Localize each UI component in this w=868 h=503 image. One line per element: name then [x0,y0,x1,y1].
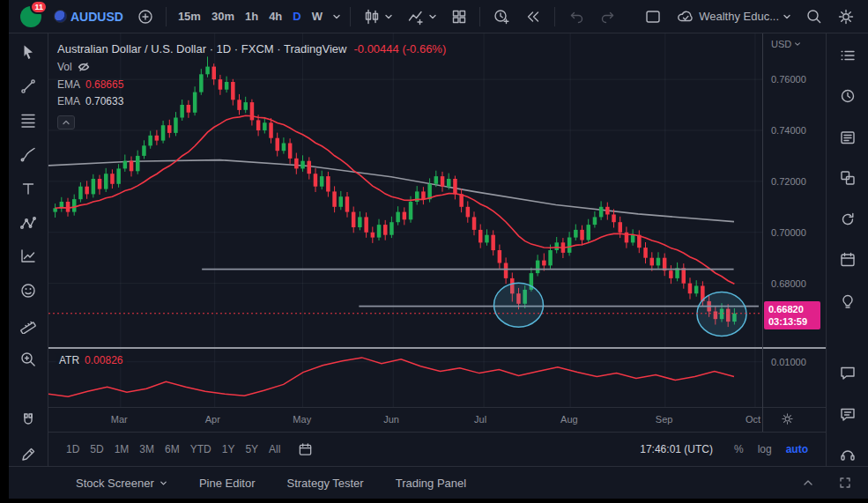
price-axis[interactable]: USD 0.760000.740000.720000.700000.68000 … [762,33,826,347]
compare-add-button[interactable] [131,4,160,29]
tab-pine-editor[interactable]: Pine Editor [183,467,271,499]
interval-button-4h[interactable]: 4h [263,4,287,29]
atr-legend[interactable]: ATR 0.00826 [56,353,127,367]
volume-legend-row[interactable]: Vol [57,59,446,76]
range-buttons: 1D5D1M3M6MYTD1Y5YAll [61,440,286,459]
main-menu-logo[interactable]: 11 [16,4,46,30]
zoom-tool[interactable] [14,348,42,371]
range-button-1d[interactable]: 1D [61,440,85,459]
goto-date-button[interactable] [298,442,313,457]
tab-trading-panel[interactable]: Trading Panel [380,467,482,499]
ideas-icon [839,292,857,309]
trendline-tool[interactable] [14,75,42,98]
fib-tool[interactable] [14,109,42,132]
redo-button[interactable] [593,4,623,29]
tab-stock-screener[interactable]: Stock Screener [60,467,183,499]
eye-off-icon[interactable] [78,61,90,73]
cursor-tool[interactable] [14,41,42,63]
range-button-ytd[interactable]: YTD [185,440,217,459]
toolbar-divider [554,7,555,26]
currency-selector[interactable]: USD [762,33,826,49]
watchlist-button[interactable] [833,44,863,66]
clock-label[interactable]: 17:46:01 (UTC) [640,443,713,455]
chevron-up-icon [802,477,814,489]
atr-chart-canvas[interactable] [48,349,762,407]
replay-button[interactable] [518,4,548,29]
forecast-tool[interactable] [14,246,42,269]
alert-button[interactable] [486,4,516,29]
redo-icon [599,8,617,26]
scale-buttons: %logauto [729,440,813,459]
pattern-tool[interactable] [14,211,42,234]
panel-collapse-button[interactable] [798,471,819,494]
ema2-value: 0.70633 [85,93,123,110]
ema1-legend-row[interactable]: EMA 0.68665 [57,77,446,93]
alerts-icon [839,87,857,105]
text-tool[interactable] [14,177,42,200]
indicator-templates-button[interactable] [445,4,473,29]
interval-button-1h[interactable]: 1h [240,4,263,29]
range-button-5d[interactable]: 5D [85,440,108,459]
edit-tool[interactable] [14,443,42,466]
hotlists-button[interactable] [833,208,863,230]
quick-search-button[interactable] [799,4,829,29]
scale-button-log[interactable]: log [753,440,777,459]
tab-label: Trading Panel [396,477,466,490]
chevron-down-icon [794,41,801,48]
price-pane: Australian Dollar / U.S. Dollar · 1D · F… [48,33,826,347]
tab-strategy-tester[interactable]: Strategy Tester [271,467,379,499]
range-button-3m[interactable]: 3M [134,440,160,459]
symbol-search-button[interactable]: AUDUSD [48,4,130,29]
interval-button-d[interactable]: D [287,4,306,29]
range-button-1y[interactable]: 1Y [217,440,241,459]
gear-icon [837,8,855,26]
layout-select-button[interactable] [638,4,668,29]
interval-button-w[interactable]: W [307,4,328,29]
range-button-1m[interactable]: 1M [109,440,135,459]
scale-button-%[interactable]: % [729,440,749,459]
range-button-all[interactable]: All [263,440,286,459]
indicators-button[interactable] [401,4,443,29]
news-button[interactable] [833,126,863,148]
streams-button[interactable] [833,444,863,466]
public-chat-button[interactable] [833,403,863,425]
settings-button[interactable] [831,4,861,29]
search-icon [805,8,823,26]
chevron-down-icon [384,12,393,21]
undo-button[interactable] [561,4,591,29]
symbol-flag-icon [54,10,67,23]
panel-maximize-button[interactable] [835,471,856,494]
range-button-5y[interactable]: 5Y [240,440,263,459]
layout-name: Wealthy Educ... [699,10,779,23]
ideas-button[interactable] [833,290,863,312]
range-toolbar: 1D5D1M3M6MYTD1Y5YAll 17:46:01 (UTC) %log… [48,432,826,466]
ema2-legend-row[interactable]: EMA 0.70633 [57,93,446,110]
measure-tool[interactable] [14,314,42,337]
brush-tool[interactable] [14,143,42,166]
chevron-down-icon [332,12,341,21]
currency-label: USD [771,39,791,49]
chart-style-button[interactable] [357,4,399,29]
chart-title-row[interactable]: Australian Dollar / U.S. Dollar · 1D · F… [57,41,446,58]
interval-menu-button[interactable] [330,4,344,29]
time-axis-labels: MarAprMayJunJulAugSepOct [48,414,762,426]
chat-button[interactable] [833,362,863,384]
interval-button-15m[interactable]: 15m [173,4,206,29]
range-button-6m[interactable]: 6M [160,440,185,459]
data-window-button[interactable] [833,166,863,189]
time-axis-label-may: May [293,414,311,425]
public-chat-icon [839,405,857,423]
save-layout-button[interactable]: Wealthy Educ... [670,4,798,29]
legend-collapse-button[interactable] [57,115,75,129]
scale-button-auto[interactable]: auto [781,440,813,459]
alerts-button[interactable] [833,85,863,107]
candle-style-icon [363,8,381,26]
time-axis[interactable]: MarAprMayJunJulAugSepOct [48,407,826,432]
emoji-tool[interactable] [14,279,42,302]
calendar-button[interactable] [833,248,863,270]
chevron-down-icon [783,12,791,21]
chart-change: -0.00444 (-0.66%) [353,42,446,55]
pane-settings-button[interactable] [781,412,794,425]
magnet-tool[interactable] [14,410,42,433]
interval-button-30m[interactable]: 30m [206,4,240,29]
